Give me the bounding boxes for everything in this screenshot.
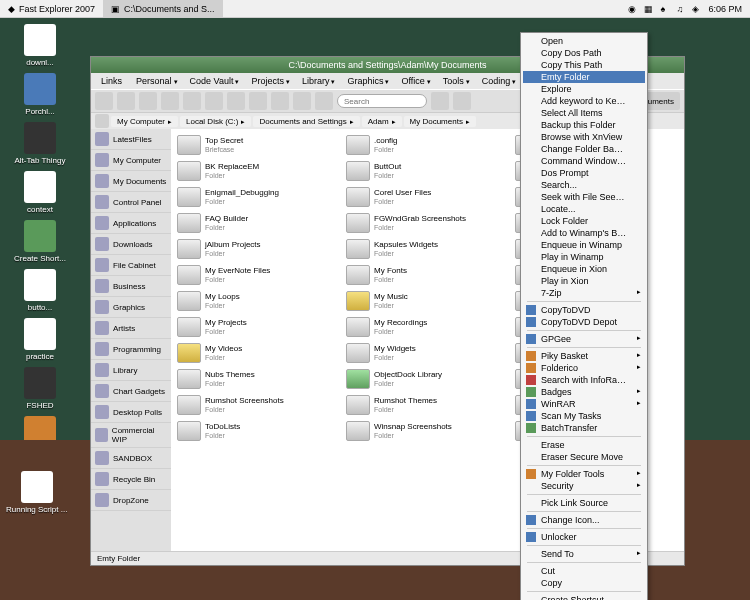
- sidebar-item[interactable]: DropZone: [91, 490, 171, 511]
- file-item[interactable]: My MusicFolder: [344, 289, 511, 313]
- file-item[interactable]: Rumshot ScreenshotsFolder: [175, 393, 342, 417]
- context-menu-item[interactable]: 7-Zip▸: [523, 287, 645, 299]
- context-menu-item[interactable]: Cut: [523, 565, 645, 577]
- forward-button[interactable]: [117, 92, 135, 110]
- context-menu-item[interactable]: Eraser Secure Move: [523, 451, 645, 463]
- context-menu-item[interactable]: Pick Link Source: [523, 497, 645, 509]
- file-item[interactable]: My EverNote FilesFolder: [175, 263, 342, 287]
- sidebar-item[interactable]: My Documents: [91, 171, 171, 192]
- context-menu-item[interactable]: Seek with File Seeker: [523, 191, 645, 203]
- toolbar-button[interactable]: [431, 92, 449, 110]
- context-menu-item[interactable]: My Folder Tools▸: [523, 468, 645, 480]
- context-menu-item[interactable]: Add keyword to Keybreeze: [523, 95, 645, 107]
- file-item[interactable]: ButtOutFolder: [344, 159, 511, 183]
- sidebar-item[interactable]: SANDBOX: [91, 448, 171, 469]
- breadcrumb-item[interactable]: My Documents▸: [404, 116, 476, 127]
- context-menu-item[interactable]: CopyToDVD: [523, 304, 645, 316]
- sidebar-item[interactable]: Programming: [91, 339, 171, 360]
- sidebar-item[interactable]: Library: [91, 360, 171, 381]
- toolbar-button[interactable]: [453, 92, 471, 110]
- context-menu-item[interactable]: Enqueue in Xion: [523, 263, 645, 275]
- file-item[interactable]: Enigmail_DebuggingFolder: [175, 185, 342, 209]
- desktop-icon[interactable]: FSHED: [0, 367, 80, 410]
- context-menu-item[interactable]: Change Icon...: [523, 514, 645, 526]
- file-item[interactable]: FGWndGrab ScreenshotsFolder: [344, 211, 511, 235]
- file-item[interactable]: My FontsFolder: [344, 263, 511, 287]
- sidebar-item[interactable]: Graphics: [91, 297, 171, 318]
- context-menu-item[interactable]: Erase: [523, 439, 645, 451]
- context-menu-item[interactable]: Send To▸: [523, 548, 645, 560]
- file-item[interactable]: Winsnap ScreenshotsFolder: [344, 419, 511, 443]
- file-item[interactable]: ObjectDock LibraryFolder: [344, 367, 511, 391]
- taskbar-app-1[interactable]: ◆ Fast Explorer 2007: [0, 0, 103, 17]
- tray-icon[interactable]: ♠: [660, 4, 670, 14]
- file-item[interactable]: jAlbum ProjectsFolder: [175, 237, 342, 261]
- sidebar-item[interactable]: File Cabinet: [91, 255, 171, 276]
- toolbar-button[interactable]: [249, 92, 267, 110]
- context-menu-item[interactable]: Enqueue in Winamp: [523, 239, 645, 251]
- toolbar-button[interactable]: [315, 92, 333, 110]
- tray-icon[interactable]: ▦: [644, 4, 654, 14]
- desktop-icon[interactable]: Create Short...: [0, 220, 80, 263]
- context-menu-item[interactable]: GPGee▸: [523, 333, 645, 345]
- context-menu-item[interactable]: Copy: [523, 577, 645, 589]
- context-menu-item[interactable]: Browse with XnView: [523, 131, 645, 143]
- file-item[interactable]: FAQ BuilderFolder: [175, 211, 342, 235]
- sidebar-item[interactable]: Artists: [91, 318, 171, 339]
- menu-item[interactable]: Graphics▾: [341, 76, 395, 86]
- menu-item[interactable]: Coding▾: [476, 76, 523, 86]
- sidebar-item[interactable]: Commercial WIP: [91, 423, 171, 448]
- context-menu-item[interactable]: Play in Winamp: [523, 251, 645, 263]
- context-menu-item[interactable]: Command Window Here: [523, 155, 645, 167]
- sidebar-item[interactable]: Business: [91, 276, 171, 297]
- search-input[interactable]: [337, 94, 427, 108]
- context-menu-item[interactable]: Open: [523, 35, 645, 47]
- sidebar-item[interactable]: Desktop Polls: [91, 402, 171, 423]
- nav-icon[interactable]: [95, 114, 109, 128]
- context-menu-item[interactable]: Unlocker: [523, 531, 645, 543]
- breadcrumb-item[interactable]: Local Disk (C:)▸: [180, 116, 251, 127]
- file-item[interactable]: My RecordingsFolder: [344, 315, 511, 339]
- file-item[interactable]: ToDoListsFolder: [175, 419, 342, 443]
- back-button[interactable]: [95, 92, 113, 110]
- file-item[interactable]: Nubs ThemesFolder: [175, 367, 342, 391]
- breadcrumb-item[interactable]: Documents and Settings▸: [253, 116, 359, 127]
- context-menu-item[interactable]: WinRAR▸: [523, 398, 645, 410]
- context-menu-item[interactable]: BatchTransfer: [523, 422, 645, 434]
- desktop-icon[interactable]: Porchl...: [0, 73, 80, 116]
- breadcrumb-item[interactable]: My Computer▸: [111, 116, 178, 127]
- menu-item[interactable]: Office▾: [395, 76, 436, 86]
- file-item[interactable]: Rumshot ThemesFolder: [344, 393, 511, 417]
- taskbar-app-2[interactable]: ▣ C:\Documents and S...: [103, 0, 223, 17]
- toolbar-button[interactable]: [161, 92, 179, 110]
- toolbar-button[interactable]: [227, 92, 245, 110]
- context-menu-item[interactable]: Backup this Folder: [523, 119, 645, 131]
- context-menu-item[interactable]: Dos Prompt: [523, 167, 645, 179]
- context-menu-item[interactable]: Select All Items: [523, 107, 645, 119]
- file-item[interactable]: .configFolder: [344, 133, 511, 157]
- file-item[interactable]: My VideosFolder: [175, 341, 342, 365]
- sidebar-item[interactable]: Applications: [91, 213, 171, 234]
- context-menu-item[interactable]: Lock Folder: [523, 215, 645, 227]
- tray-icon[interactable]: ◉: [628, 4, 638, 14]
- breadcrumb-item[interactable]: Adam▸: [362, 116, 402, 127]
- desktop-icon[interactable]: downl...: [0, 24, 80, 67]
- context-menu-item[interactable]: Explore: [523, 83, 645, 95]
- sidebar-item[interactable]: Downloads: [91, 234, 171, 255]
- context-menu-item[interactable]: Locate...: [523, 203, 645, 215]
- file-item[interactable]: Corel User FilesFolder: [344, 185, 511, 209]
- desktop-icon[interactable]: Running Script ...: [6, 471, 67, 514]
- context-menu-item[interactable]: Copy Dos Path: [523, 47, 645, 59]
- up-button[interactable]: [139, 92, 157, 110]
- context-menu-item[interactable]: Add to Winamp's Bookmark list: [523, 227, 645, 239]
- menu-item[interactable]: Code Vault▾: [184, 76, 246, 86]
- context-menu-item[interactable]: Create Shortcut: [523, 594, 645, 600]
- context-menu-item[interactable]: Copy This Path: [523, 59, 645, 71]
- desktop-icon[interactable]: practice: [0, 318, 80, 361]
- sidebar-item[interactable]: Chart Gadgets: [91, 381, 171, 402]
- desktop-icon[interactable]: Alt-Tab Thingy: [0, 122, 80, 165]
- menu-item[interactable]: Personal▾: [130, 76, 184, 86]
- toolbar-button[interactable]: [205, 92, 223, 110]
- desktop-icon[interactable]: context: [0, 171, 80, 214]
- context-menu-item[interactable]: Emty Folder: [523, 71, 645, 83]
